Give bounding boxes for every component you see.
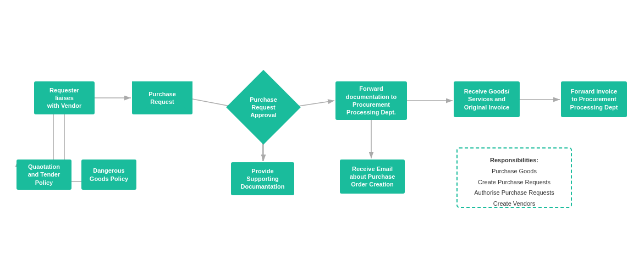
requester-node: Requester liaises with Vendor [34,81,95,114]
receive-email-node: Receive Email about Purchase Order Creat… [340,160,405,194]
forward-docs-node: Forward documentation to Procurement Pro… [335,81,407,120]
responsibilities-box: Responsibilities: Purchase Goods Create … [456,147,572,208]
responsibility-item-1: Purchase Goods [466,166,562,177]
responsibility-item-2: Create Purchase Requests [466,177,562,188]
forward-invoice-node: Forward invoice to Procurement Processin… [561,81,627,117]
provide-docs-node: Provide Supporting Documantation [231,162,294,195]
pr-approval-node: Purchase Request Approval [226,70,301,145]
responsibility-item-3: Authorise Purchase Requests [466,188,562,199]
flowchart-diagram: Requester liaises with Vendor Quaotation… [0,0,644,275]
quotation-node: Quaotation and Tender Policy [16,160,71,190]
purchase-request-node: Purchase Request [132,81,192,114]
responsibilities-title: Responsibilities: [466,155,562,166]
receive-goods-node: Receive Goods/ Services and Original Inv… [454,81,520,117]
responsibility-item-4: Create Vendors [466,199,562,210]
dangerous-goods-node: Dangerous Goods Policy [81,160,136,190]
arrows-layer [0,0,644,275]
